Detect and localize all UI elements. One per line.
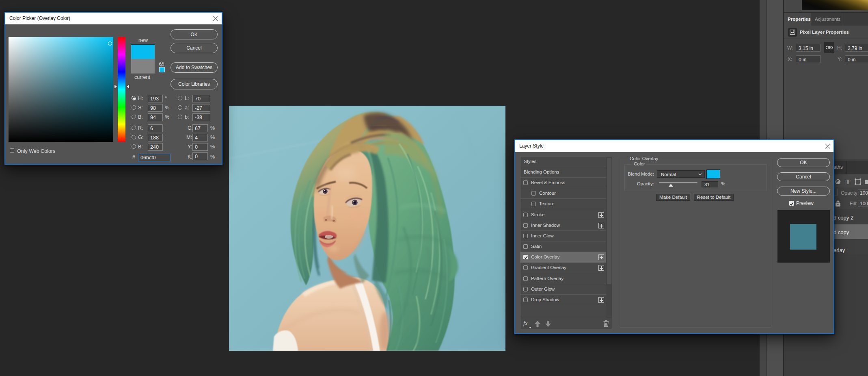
- svg-text:T: T: [846, 178, 851, 186]
